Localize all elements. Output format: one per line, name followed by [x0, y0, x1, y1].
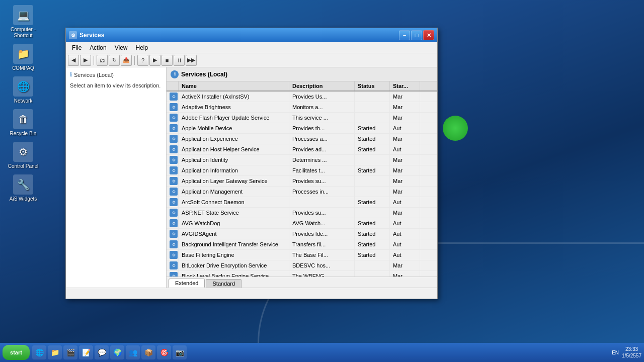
table-row[interactable]: ⚙ Application Layer Gateway Service Prov…: [167, 176, 437, 187]
tab-extended[interactable]: Extended: [169, 279, 205, 288]
row-name-cell: Application Host Helper Service: [179, 144, 289, 154]
title-controls: – □ ✕: [399, 30, 434, 40]
toolbar-pause[interactable]: ⏸: [174, 55, 185, 66]
table-row[interactable]: ⚙ Apple Mobile Device Provides th... Sta…: [167, 123, 437, 134]
taskbar-icon-4[interactable]: 💬: [95, 345, 109, 359]
table-row[interactable]: ⚙ Base Filtering Engine The Base Fil... …: [167, 250, 437, 260]
row-status-cell: [355, 187, 390, 197]
toolbar-back[interactable]: ◀: [68, 55, 79, 66]
toolbar-forward[interactable]: ▶: [80, 55, 91, 66]
taskbar-right-area: EN 23:33 1/5/2557: [612, 346, 641, 359]
menu-view[interactable]: View: [111, 43, 132, 52]
col-header-description[interactable]: Description: [289, 81, 355, 90]
service-icon: ⚙: [170, 103, 178, 111]
table-row[interactable]: ⚙ Application Identity Determines ... Ma…: [167, 155, 437, 165]
taskbar-icon-6[interactable]: 👥: [126, 345, 140, 359]
col-header-startup[interactable]: Star...: [390, 81, 420, 90]
col-header-name[interactable]: Name: [179, 81, 289, 90]
close-button[interactable]: ✕: [423, 30, 434, 40]
main-content: ℹ Services (Local) Select an item to vie…: [66, 67, 437, 288]
tab-standard[interactable]: Standard: [206, 279, 242, 288]
desktop-icon-network[interactable]: 🌐 Network: [5, 76, 41, 104]
network-icon: 🌐: [13, 76, 33, 97]
table-row[interactable]: ⚙ BitLocker Drive Encryption Service BDE…: [167, 260, 437, 271]
control-panel-icon: ⚙: [13, 142, 33, 162]
toolbar-export[interactable]: 📤: [121, 55, 132, 66]
table-row[interactable]: ⚙ Application Experience Processes a... …: [167, 134, 437, 144]
start-button[interactable]: start: [3, 345, 30, 360]
table-row[interactable]: ⚙ AVGIDSAgent Provides Ide... Started Au…: [167, 229, 437, 239]
toolbar-resume[interactable]: ▶▶: [186, 55, 197, 66]
service-icon: ⚙: [170, 145, 178, 153]
toolbar-help[interactable]: ?: [137, 55, 148, 66]
row-startup-cell: Aut: [390, 197, 420, 207]
desktop-icon-recycle[interactable]: 🗑 Recycle Bin: [5, 109, 41, 137]
row-icon-cell: ⚙: [167, 113, 179, 123]
row-status-cell: Started: [355, 239, 390, 249]
table-row[interactable]: ⚙ Application Information Facilitates t.…: [167, 165, 437, 176]
toolbar-separator-2: [134, 56, 135, 65]
row-status-cell: Started: [355, 250, 390, 260]
table-row[interactable]: ⚙ Application Host Helper Service Provid…: [167, 144, 437, 155]
taskbar-clock: 23:33 1/5/2557: [622, 346, 641, 359]
row-description-cell: This service ...: [289, 113, 355, 123]
row-name-cell: Adobe Flash Player Update Service: [179, 113, 289, 123]
col-header-status[interactable]: Status: [355, 81, 390, 90]
taskbar-icon-5[interactable]: 🌍: [110, 345, 124, 359]
toolbar-stop[interactable]: ■: [162, 55, 173, 66]
title-bar: ⚙ Services – □ ✕: [66, 28, 437, 42]
row-startup-cell: Mar: [390, 155, 420, 165]
taskbar-icon-7[interactable]: 📦: [141, 345, 155, 359]
row-icon-cell: ⚙: [167, 239, 179, 249]
taskbar-icon-8[interactable]: 🎯: [157, 345, 171, 359]
row-startup-cell: Aut: [390, 229, 420, 239]
taskbar-icon-1[interactable]: 📁: [48, 345, 62, 359]
table-row[interactable]: ⚙ ArcSoft Connect Daemon Started Aut: [167, 197, 437, 208]
service-icon: ⚙: [170, 135, 178, 143]
menu-file[interactable]: File: [68, 43, 86, 52]
minimize-button[interactable]: –: [399, 30, 410, 40]
taskbar-icon-0[interactable]: 🌐: [32, 345, 46, 359]
table-row[interactable]: ⚙ ASP.NET State Service Provides su... M…: [167, 208, 437, 218]
row-startup-cell: Aut: [390, 250, 420, 260]
maximize-button[interactable]: □: [411, 30, 422, 40]
service-icon: ⚙: [170, 219, 178, 227]
desktop-icon-compaq[interactable]: 📁 COMPAQ: [5, 44, 41, 71]
table-row[interactable]: ⚙ AVG WatchDog AVG Watch... Started Aut: [167, 218, 437, 229]
row-status-cell: [355, 260, 390, 270]
desktop-icon-computer[interactable]: 💻 Computer - Shortcut: [5, 5, 41, 39]
table-row[interactable]: ⚙ Adobe Flash Player Update Service This…: [167, 113, 437, 123]
row-icon-cell: ⚙: [167, 123, 179, 133]
menu-action[interactable]: Action: [86, 43, 110, 52]
row-description-cell: [289, 197, 355, 207]
desktop-icon-control-panel[interactable]: ⚙ Control Panel: [5, 142, 41, 169]
table-row[interactable]: ⚙ Background Intelligent Transfer Servic…: [167, 239, 437, 250]
taskbar-date: 1/5/2557: [622, 352, 641, 359]
menu-help[interactable]: Help: [132, 43, 152, 52]
service-icon: ⚙: [170, 261, 178, 269]
row-description-cell: Transfers fil...: [289, 239, 355, 249]
row-icon-cell: ⚙: [167, 134, 179, 144]
table-row[interactable]: ⚙ Block Level Backup Engine Service The …: [167, 271, 437, 277]
recycle-icon: 🗑: [13, 109, 33, 129]
desktop-icons-area: 💻 Computer - Shortcut 📁 COMPAQ 🌐 Network…: [5, 5, 41, 202]
services-header-title: Services (Local): [181, 71, 227, 78]
row-icon-cell: ⚙: [167, 229, 179, 239]
row-startup-cell: Mar: [390, 176, 420, 186]
row-name-cell: AVG WatchDog: [179, 218, 289, 228]
table-row[interactable]: ⚙ Application Management Processes in...…: [167, 187, 437, 197]
table-row[interactable]: ⚙ Adaptive Brightness Monitors a... Mar: [167, 102, 437, 113]
desktop-icon-ais-widgets[interactable]: 🔧 AiS Widgets: [5, 174, 41, 202]
table-row[interactable]: ⚙ ActiveX Installer (AxInstSV) Provides …: [167, 92, 437, 102]
row-startup-cell: Mar: [390, 102, 420, 112]
row-startup-cell: Aut: [390, 239, 420, 249]
toolbar-start[interactable]: ▶: [149, 55, 160, 66]
row-description-cell: The Base Fil...: [289, 250, 355, 260]
services-table[interactable]: Name Description Status Star... ⚙ Active…: [167, 81, 437, 277]
taskbar-icon-3[interactable]: 📝: [79, 345, 93, 359]
col-header-icon[interactable]: [167, 81, 179, 90]
taskbar-icon-2[interactable]: 🎬: [63, 345, 77, 359]
toolbar-show-hide[interactable]: 🗂: [97, 55, 108, 66]
taskbar-icon-9[interactable]: 📷: [173, 345, 187, 359]
toolbar-refresh[interactable]: ↻: [109, 55, 120, 66]
